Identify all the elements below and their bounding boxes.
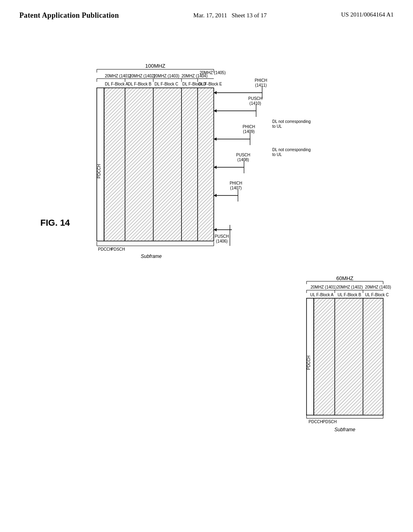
ul-frequency-label: 60MHZ bbox=[336, 275, 354, 281]
ul-subframe-label: Subframe bbox=[334, 427, 355, 432]
phich-1407-label: PHICH bbox=[229, 181, 242, 185]
publication-date-sheet: Mar. 17, 2011 Sheet 13 of 17 bbox=[193, 11, 267, 20]
dl-frequency-label: 100MHZ bbox=[145, 63, 165, 69]
dl-block-e-name: DL F-Block E bbox=[198, 82, 222, 86]
ul-block-a-name: UL F-Block A bbox=[310, 293, 334, 297]
pusch-1406-label: PUSCH bbox=[215, 234, 229, 239]
arrow-phich-1409 bbox=[214, 137, 217, 141]
pusch-1406-id: (1406) bbox=[216, 239, 228, 243]
publication-sheet: Sheet 13 of 17 bbox=[232, 12, 267, 19]
pusch-1410-label: PUSCH bbox=[248, 96, 262, 101]
dl-subframe-label: Subframe bbox=[141, 254, 162, 259]
ul-block-b-mhz: 20MHZ (1402) bbox=[337, 285, 363, 289]
ul-block-a-mhz: 20MHZ (1401) bbox=[311, 285, 336, 289]
dl-block-a-name: DL F-Block A bbox=[105, 82, 128, 86]
phich-1411-id: (1411) bbox=[255, 83, 267, 87]
dl-pdsch-bottom: PDSCH bbox=[111, 247, 125, 251]
phich-1407-id: (1407) bbox=[230, 186, 242, 190]
publication-date: Mar. 17, 2011 bbox=[193, 12, 227, 19]
dl-not-corresponding-1: DL not corresponding bbox=[272, 119, 311, 124]
page-header: Patent Application Publication Mar. 17, … bbox=[0, 0, 413, 20]
dl-block-c-mhz: 20MHZ (1403) bbox=[153, 74, 179, 78]
ul-block-c-name: UL F-Block C bbox=[365, 293, 389, 297]
arrow-pusch-1410 bbox=[214, 109, 217, 112]
arrow-dl-a bbox=[214, 228, 217, 231]
phich-1409-label: PHICH bbox=[242, 125, 255, 129]
ul-pdsch-bottom: PDSCH bbox=[323, 420, 337, 424]
arrow-pusch-1408 bbox=[214, 166, 217, 169]
dl-not-corresponding-1b: to UL bbox=[272, 124, 282, 129]
ul-block-c-mhz: 20MHZ (1403) bbox=[365, 285, 391, 289]
phich-1411-label: PHICH bbox=[254, 78, 267, 83]
ul-pdcch-label: PDCCH bbox=[307, 355, 311, 370]
dl-block-a-mhz: 20MHZ (1401) bbox=[105, 74, 131, 78]
dl-block-b-mhz: 20MHZ (1402) bbox=[129, 74, 155, 78]
dl-not-corresponding-2: DL not corresponding bbox=[272, 148, 311, 152]
dl-pdcch-label: PDCCH bbox=[97, 164, 101, 179]
svg-rect-16 bbox=[104, 88, 214, 241]
phich-1409-id: (1409) bbox=[243, 129, 255, 134]
ul-pdcch-bottom: PDCCH bbox=[309, 420, 323, 424]
dl-block-c-name: DL F-Block C bbox=[154, 82, 178, 86]
figure-diagram: 100MHZ 20MHZ (1401) 20MHZ (1402) 20MHZ (… bbox=[63, 52, 401, 480]
dl-not-corresponding-2b: to UL bbox=[272, 152, 282, 157]
arrow-phich-1411 bbox=[214, 91, 217, 94]
dl-block-b-name: DL F-Block B bbox=[128, 82, 152, 86]
publication-number: US 2011/0064164 A1 bbox=[341, 11, 394, 18]
dl-pdcch-bottom: PDCCH bbox=[98, 247, 113, 251]
pusch-1408-id: (1408) bbox=[238, 158, 249, 162]
ul-block-b-name: UL F-Block B bbox=[338, 293, 361, 297]
publication-title: Patent Application Publication bbox=[19, 11, 119, 20]
dl-block-e-mhz: 20MHZ (1405) bbox=[200, 71, 225, 75]
pusch-1410-id: (1410) bbox=[250, 101, 261, 106]
pusch-1408-label: PUSCH bbox=[236, 153, 250, 157]
svg-rect-46 bbox=[314, 298, 383, 415]
arrow-phich-1407 bbox=[214, 194, 217, 197]
